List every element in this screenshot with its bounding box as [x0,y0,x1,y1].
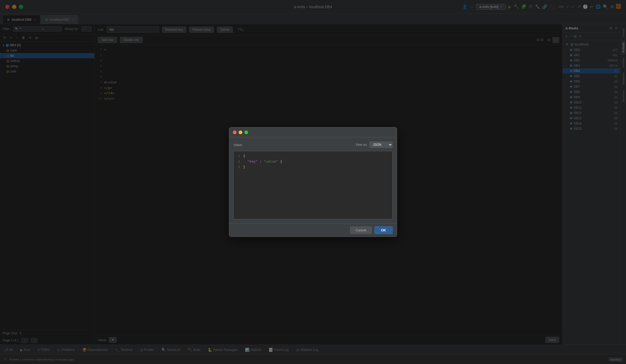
modal-line-content-1: { [243,153,390,159]
modal-view-as-select[interactable]: JSON Text Hex MsgPack [370,142,393,148]
modal-editor[interactable]: 1 { 2 "key" : "value" | 3 [233,151,393,219]
modal-dialog: Value: View as: JSON Text Hex MsgPack 1 … [229,127,397,237]
modal-line-content-2: "key" : "value" | [243,159,390,164]
modal-overlay: Value: View as: JSON Text Hex MsgPack 1 … [0,0,626,364]
modal-cancel-button[interactable]: Cancel [350,226,372,234]
modal-view-as: View as: JSON Text Hex MsgPack [356,142,393,148]
modal-footer: Cancel OK [229,223,397,237]
modal-code-line-2: 2 "key" : "value" | [236,159,390,164]
modal-ok-button[interactable]: OK [374,226,393,234]
modal-code-line-1: 1 { [236,153,390,159]
modal-max-button[interactable] [244,131,248,134]
brace-close: } [243,165,245,169]
modal-line-num-2: 2 [236,159,240,164]
modal-value-label: Value: [233,143,243,147]
modal-close-button[interactable] [233,131,237,134]
modal-min-button[interactable] [239,131,242,134]
cursor: | [280,159,282,163]
json-key: "key" [247,159,258,163]
modal-code-line-3: 3 } [236,164,390,170]
json-colon: : [260,159,264,163]
modal-line-num-1: 1 [236,153,240,159]
modal-value-header: Value: View as: JSON Text Hex MsgPack [233,142,393,148]
json-value: "value" [264,159,278,163]
brace-open: { [243,154,245,158]
modal-body: Value: View as: JSON Text Hex MsgPack 1 … [229,137,397,223]
modal-view-as-label: View as: [356,143,367,147]
modal-line-num-3: 3 [236,164,240,170]
modal-titlebar [229,127,397,137]
modal-line-content-3: } [243,164,390,170]
